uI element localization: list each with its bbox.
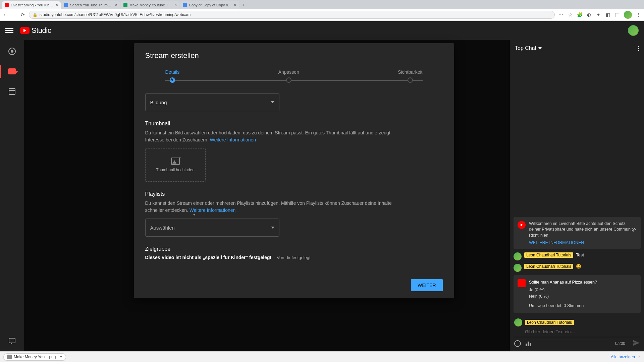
sidebar-item-webcam[interactable] (5, 65, 19, 78)
sidebar (0, 40, 24, 351)
calendar-icon (9, 88, 15, 95)
tab-strip: Livestreaming - YouTube S× Search YouTub… (0, 0, 644, 9)
youtube-icon (20, 27, 30, 34)
tab-title: Livestreaming - YouTube S (11, 3, 54, 7)
welcome-link[interactable]: WEITERE INFORMATIONEN (529, 240, 637, 245)
profile-icon[interactable] (624, 11, 632, 19)
step-visibility[interactable]: Sichtbarkeit (398, 69, 422, 83)
sidebar-item-feedback[interactable] (5, 334, 19, 347)
poll-button-icon[interactable] (526, 341, 532, 346)
sidebar-item-stream[interactable] (5, 45, 19, 58)
close-icon[interactable]: × (638, 355, 641, 359)
reload-icon[interactable]: ⟳ (20, 12, 25, 17)
ext-icon[interactable]: ◐ (586, 12, 592, 17)
modal-footer: WEITER (145, 274, 443, 291)
youtube-icon (518, 221, 526, 229)
chevron-down-icon (538, 47, 542, 49)
chat-header[interactable]: Top Chat (510, 40, 644, 57)
chat-messages[interactable]: Willkommen im Livechat! Bitte achte auf … (510, 57, 644, 316)
ext-icon[interactable]: ✦ (596, 12, 601, 17)
show-all-downloads[interactable]: Alle anzeigen (611, 355, 635, 359)
tab-1[interactable]: Search YouTube Thumbnail -× (61, 1, 120, 9)
thumbnail-desc: Du kannst ein Bild auswählen oder hochla… (145, 129, 407, 143)
next-button[interactable]: WEITER (411, 279, 442, 291)
app-header: Studio (0, 21, 644, 40)
tab-title: Copy of Copy of Copy of Cop (189, 3, 232, 7)
download-chip[interactable]: Make Money You....png (3, 353, 66, 361)
tab-title: Search YouTube Thumbnail - (70, 3, 113, 7)
modal-title: Stream erstellen (145, 51, 443, 60)
step-customize[interactable]: Anpassen (278, 69, 299, 83)
close-icon[interactable]: × (174, 3, 177, 7)
category-select[interactable]: Bildung (145, 93, 279, 111)
logo-text: Studio (32, 26, 51, 35)
modal-scroll[interactable]: Ordne deinen Stream einer Kategorie zu, … (145, 91, 443, 274)
broadcast-icon (8, 48, 16, 55)
chevron-down-icon (271, 101, 274, 103)
avatar (514, 318, 522, 326)
user-avatar[interactable] (628, 25, 639, 36)
studio-logo[interactable]: Studio (20, 26, 51, 35)
youtube-studio-app: Studio Stream erstellen Details Anpassen… (0, 21, 644, 351)
step-details[interactable]: Details (165, 69, 180, 83)
message-text: Test (576, 252, 584, 257)
star-icon[interactable]: ☆ (568, 12, 573, 17)
chevron-down-icon (271, 227, 274, 229)
stepper: Details Anpassen Sichtbarkeit (165, 69, 423, 83)
puzzle-icon[interactable]: 🧩 (577, 12, 582, 17)
close-icon[interactable]: × (115, 3, 117, 7)
playlist-select[interactable]: Auswählen (145, 219, 279, 237)
playlists-heading: Playlists (145, 191, 437, 197)
sidebar-item-manage[interactable] (5, 85, 19, 98)
address-bar: ← → ⟳ 🔒 studio.youtube.com/channel/UC1a5… (0, 9, 644, 20)
chat-icon (9, 338, 15, 343)
menu-icon[interactable]: ⋮ (636, 12, 641, 17)
poll-card: Sollte man Ananas auf Pizza essen? Ja (0… (514, 275, 641, 313)
char-count: 0/200 (615, 341, 625, 346)
audience-status: Dieses Video ist nicht als „speziell für… (145, 255, 437, 260)
playlists-more-link[interactable]: Weitere Informationen (190, 207, 235, 213)
poll-status: Umfrage beendet: 0 Stimmen (529, 303, 597, 309)
main-area: Stream erstellen Details Anpassen Sichtb… (24, 40, 510, 351)
create-stream-modal: Stream erstellen Details Anpassen Sichtb… (134, 43, 454, 298)
new-tab-button[interactable]: + (239, 1, 247, 9)
tab-title: Make Money Youtube Thumbn (129, 3, 172, 7)
author-badge: Leon Chaudhari Tutorials (525, 320, 574, 325)
forward-icon[interactable]: → (11, 12, 17, 17)
audience-heading: Zielgruppe (145, 246, 437, 252)
close-icon[interactable]: × (234, 3, 236, 7)
tab-3[interactable]: Copy of Copy of Copy of Cop× (180, 1, 239, 9)
thumbnail-heading: Thumbnail (145, 121, 437, 127)
back-icon[interactable]: ← (3, 12, 8, 17)
url-text: studio.youtube.com/channel/UC1a5FWVn0gUk… (40, 12, 191, 17)
chevron-down-icon (60, 356, 62, 358)
send-icon[interactable] (633, 339, 640, 348)
menu-icon[interactable] (5, 26, 13, 35)
poll-question: Sollte man Ananas auf Pizza essen? (529, 279, 597, 286)
welcome-card: Willkommen im Livechat! Bitte achte auf … (514, 217, 641, 249)
camera-icon (8, 68, 16, 74)
browser-chrome: Livestreaming - YouTube S× Search YouTub… (0, 0, 644, 21)
tab-0-active[interactable]: Livestreaming - YouTube S× (2, 1, 61, 9)
playlist-value: Auswählen (150, 225, 175, 231)
chat-message: Leon Chaudhari Tutorials Test (514, 252, 641, 260)
ext-icon[interactable]: ◧ (605, 12, 610, 17)
tab-2[interactable]: Make Money Youtube Thumbn× (121, 1, 179, 9)
author-badge: Leon Chaudhari Tutorials (524, 264, 573, 269)
url-input[interactable]: 🔒 studio.youtube.com/channel/UC1a5FWVn0g… (29, 11, 555, 19)
chat-message: Leon Chaudhari Tutorials 😃 (514, 264, 641, 272)
poll-option: Nein (0 %) (529, 293, 597, 300)
poll-icon (518, 279, 526, 287)
more-icon[interactable] (638, 46, 639, 51)
close-icon[interactable]: × (56, 3, 58, 7)
thumbnail-more-link[interactable]: Weitere Informationen (210, 137, 256, 142)
ext-icon[interactable]: ⋯ (558, 12, 564, 17)
welcome-text: Willkommen im Livechat! Bitte achte auf … (529, 221, 637, 239)
emoji-icon[interactable] (514, 340, 521, 347)
thumbnail-upload-button[interactable]: Thumbnail hochladen (145, 148, 206, 182)
ext-icon[interactable]: ⬚ (614, 12, 620, 17)
category-value: Bildung (150, 100, 167, 105)
poll-option: Ja (0 %) (529, 287, 597, 293)
chat-input[interactable] (514, 328, 640, 337)
file-icon (7, 355, 12, 359)
